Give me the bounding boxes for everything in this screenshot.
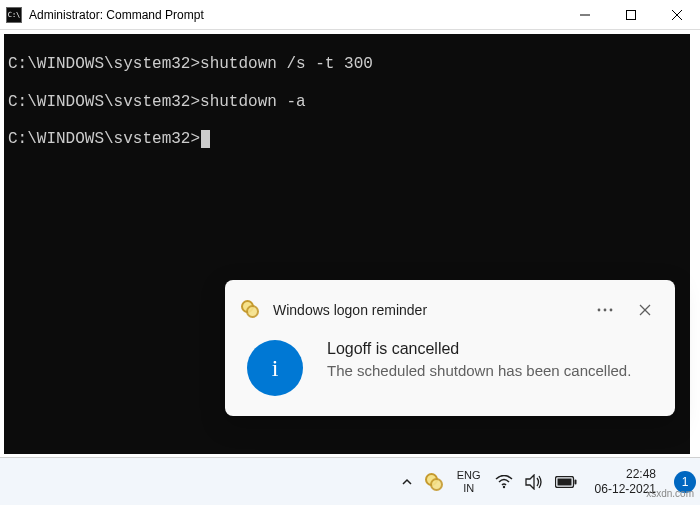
toast-text: Logoff is cancelled The scheduled shutdo… [327,340,631,396]
lang-primary: ENG [457,469,481,482]
time: 22:48 [626,467,656,482]
window-titlebar: C:\ Administrator: Command Prompt [0,0,700,30]
prompt: C:\WINDOWS\svstem32> [8,93,200,111]
svg-rect-12 [557,478,571,485]
notif-count: 1 [682,475,689,489]
battery-icon[interactable] [555,476,577,488]
svg-point-6 [610,309,613,312]
volume-icon[interactable] [525,474,543,490]
terminal-line: C:\WINDOWS\svstem32> [8,127,686,153]
dismiss-button[interactable] [631,296,659,324]
date: 06-12-2021 [595,482,656,497]
taskbar: ENG IN 22:48 06-12-2021 1 [0,457,700,505]
svg-point-5 [604,309,607,312]
window-title: Administrator: Command Prompt [29,8,562,22]
info-glyph: i [272,355,279,382]
cmd-icon: C:\ [6,7,22,23]
toast-header: Windows logon reminder [241,296,659,324]
system-tray: ENG IN 22:48 06-12-2021 1 [401,467,696,497]
wifi-icon[interactable] [495,475,513,489]
more-button[interactable] [591,296,619,324]
cursor [201,130,210,148]
terminal-line: C:\WINDOWS\system32>shutdown /s -t 300 [8,52,686,78]
terminal-line: C:\WINDOWS\svstem32>shutdown -a [8,90,686,116]
svg-rect-1 [627,10,636,19]
toast-message: The scheduled shutdown has been cancelle… [327,360,631,381]
svg-point-4 [598,309,601,312]
toast-app-name: Windows logon reminder [273,302,579,318]
prompt: C:\WINDOWS\svstem32> [8,130,200,148]
minimize-button[interactable] [562,0,608,29]
svg-rect-13 [574,479,576,484]
close-button[interactable] [654,0,700,29]
window-controls [562,0,700,29]
toast-body: i Logoff is cancelled The scheduled shut… [241,340,659,396]
command: shutdown /s -t 300 [200,55,373,73]
command: shutdown -a [200,93,306,111]
notification-badge[interactable]: 1 [674,471,696,493]
svg-marker-10 [526,475,534,489]
tray-overflow-button[interactable] [401,476,413,488]
maximize-button[interactable] [608,0,654,29]
info-icon: i [247,340,303,396]
lang-secondary: IN [463,482,474,495]
svg-point-9 [502,485,504,487]
clock[interactable]: 22:48 06-12-2021 [595,467,656,497]
toast-title: Logoff is cancelled [327,340,631,358]
prompt: C:\WINDOWS\system32> [8,55,200,73]
notification-toast[interactable]: Windows logon reminder i Logoff is cance… [225,280,675,416]
language-indicator[interactable]: ENG IN [457,469,481,494]
keys-icon [241,300,261,320]
keys-tray-icon[interactable] [425,473,443,491]
